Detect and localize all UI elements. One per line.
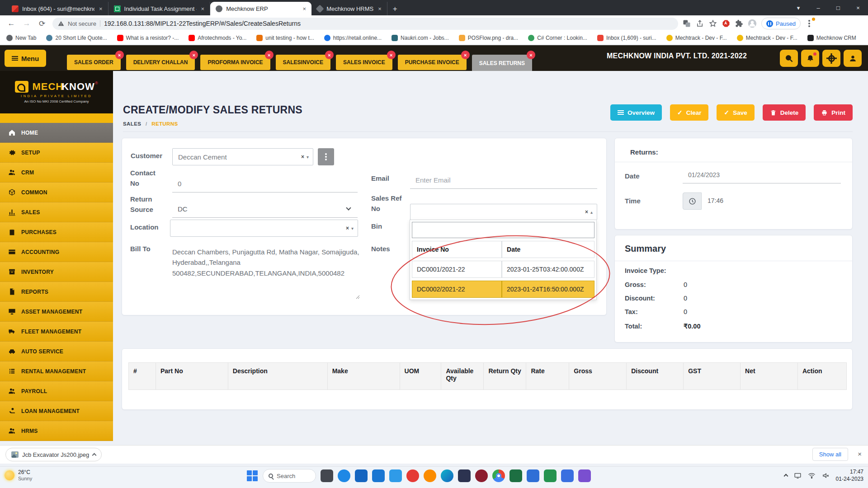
adblock-extension-icon[interactable] (722, 19, 731, 28)
sidebar-item-home[interactable]: HOME (0, 123, 113, 143)
taskbar-weather-widget[interactable]: 26°CSunny (5, 469, 32, 482)
window-close-button[interactable]: × (848, 5, 868, 11)
sidebar-item-loan-management[interactable]: LOAN MANAGEMENT (0, 401, 113, 421)
customer-actions-button[interactable] (318, 148, 334, 165)
tab-delivery-challan[interactable]: DELIVERY CHALLAN× (126, 55, 195, 70)
dropdown-search-input[interactable] (412, 222, 594, 238)
tray-chevron-up-icon[interactable] (783, 474, 788, 479)
tray-wifi-icon[interactable] (808, 472, 816, 479)
tab-close-icon[interactable]: × (302, 5, 307, 12)
sidebar-item-setup[interactable]: SETUP (0, 143, 113, 163)
taskbar-search[interactable]: Search (263, 469, 316, 483)
tab-salesinvoice[interactable]: SALESINVOICE× (276, 55, 330, 70)
bookmark-item[interactable]: New Tab (6, 35, 36, 41)
sidebar-item-crm[interactable]: CRM (0, 163, 113, 183)
taskbar-app-icon[interactable] (578, 469, 591, 482)
sidebar-item-sales[interactable]: SALES (0, 202, 113, 222)
tray-display-icon[interactable] (794, 472, 802, 479)
tab-close-icon[interactable]: × (98, 5, 104, 12)
taskbar-app-icon[interactable] (389, 469, 402, 482)
extensions-puzzle-icon[interactable] (735, 19, 744, 28)
tab-close-icon[interactable]: × (461, 51, 470, 59)
date-input[interactable]: 01/24/2023 (683, 167, 841, 183)
tab-sales-order[interactable]: SALES ORDER× (67, 55, 121, 70)
clear-button[interactable]: ✓Clear (670, 104, 709, 121)
taskbar-app-icon[interactable] (527, 469, 539, 482)
taskbar-app-icon[interactable] (406, 469, 419, 482)
contact-no-input[interactable]: 0 (172, 176, 358, 192)
bookmark-item[interactable]: Afrotechmods - Yo... (189, 35, 246, 41)
sidebar-item-purchases[interactable]: PURCHASES (0, 222, 113, 242)
sidebar-item-payroll[interactable]: PAYROLL (0, 381, 113, 401)
browser-tab-gmail[interactable]: Inbox (604) - suri@mechknowsof × (6, 2, 108, 15)
clear-selection-icon[interactable]: × (301, 154, 304, 160)
sidebar-item-accounting[interactable]: ACCOUNTING (0, 242, 113, 262)
notifications-bell-icon[interactable] (801, 50, 819, 67)
save-button[interactable]: ✓Save (717, 104, 754, 121)
download-bar-close-icon[interactable]: × (858, 450, 862, 458)
taskbar-app-icon[interactable] (475, 469, 488, 482)
tray-clock[interactable]: 17:47 01-24-2023 (836, 468, 863, 483)
share-icon[interactable] (695, 19, 704, 28)
return-source-select[interactable]: DC (172, 202, 358, 218)
tray-volume-muted-icon[interactable] (822, 472, 830, 479)
tab-close-icon[interactable]: × (265, 51, 274, 59)
overview-button[interactable]: Overview (610, 104, 662, 121)
sidebar-item-inventory[interactable]: INVENTORY (0, 262, 113, 282)
taskbar-app-icon[interactable] (424, 469, 436, 482)
invoice-option-row[interactable]: DC0001/2021-22 2023-01-25T03:42:00.000Z (412, 261, 594, 278)
sidebar-item-fleet-management[interactable]: FLEET MANAGEMENT (0, 322, 113, 342)
invoice-option-row-selected[interactable]: DC0002/2021-22 2023-01-24T16:50:00.000Z (412, 281, 594, 298)
omnibox[interactable]: Not secure 192.168.0.131:88/MIPL21-22Tes… (52, 18, 678, 30)
bill-to-textarea[interactable]: Deccan Chambers, Punjagutta Rd, Matha Na… (172, 247, 360, 299)
tab-close-icon[interactable]: × (200, 5, 206, 12)
sidebar-item-hrms[interactable]: HRMS (0, 421, 113, 441)
browser-tab-sheets[interactable]: Individual Task Assignment - Goo × (108, 2, 211, 15)
bookmark-item[interactable]: C# Corner : Lookin... (528, 35, 587, 41)
breadcrumb-sales[interactable]: SALES (123, 121, 141, 127)
window-minimize-button[interactable]: – (808, 5, 828, 11)
sidebar-item-common[interactable]: COMMON (0, 183, 113, 202)
email-input[interactable] (410, 173, 597, 184)
delete-button[interactable]: Delete (763, 104, 806, 121)
tab-sales-returns-active[interactable]: SALES RETURNS× (472, 55, 532, 72)
taskbar-chrome-icon[interactable] (492, 469, 505, 482)
sales-ref-no-select[interactable]: × ▴ (410, 204, 597, 220)
caret-up-icon[interactable]: ▴ (590, 210, 593, 215)
taskbar-app-icon[interactable] (458, 469, 471, 482)
sync-paused-button[interactable]: Paused (761, 18, 801, 29)
bookmark-item[interactable]: 20 Short Life Quote... (46, 35, 107, 41)
bookmark-item[interactable]: unit testing - how t... (256, 35, 314, 41)
forward-icon[interactable]: → (19, 19, 34, 28)
taskbar-app-icon[interactable] (372, 469, 385, 482)
bookmark-star-icon[interactable] (708, 19, 717, 28)
customer-select[interactable]: Deccan Cement × ▾ (172, 148, 313, 165)
browser-menu-icon[interactable] (805, 19, 814, 28)
bookmark-item[interactable]: Mechtrack - Dev - F... (666, 35, 727, 41)
user-profile-icon[interactable] (844, 50, 862, 67)
browser-tab-erp-active[interactable]: Mechknow ERP × (210, 2, 311, 15)
back-icon[interactable]: ← (4, 19, 19, 28)
sidebar-item-rental-management[interactable]: RENTAL MANAGEMENT (0, 361, 113, 381)
menu-button[interactable]: Menu (5, 50, 46, 67)
tab-close-icon[interactable]: × (387, 51, 396, 59)
print-button[interactable]: Print (814, 104, 853, 121)
taskbar-app-icon[interactable] (321, 469, 333, 482)
taskbar-app-icon[interactable] (561, 469, 574, 482)
bookmark-item[interactable]: Mechknow CRM (807, 35, 856, 41)
tab-purchase-invoice[interactable]: PURCHASE INVOICE× (398, 55, 467, 70)
bookmark-item[interactable]: Mechtrack - Dev - F... (737, 35, 797, 41)
caret-down-icon[interactable]: ▾ (351, 226, 354, 231)
tab-close-icon[interactable]: × (325, 51, 334, 59)
reload-icon[interactable]: ⟳ (34, 19, 50, 28)
bookmark-item[interactable]: What is a resistor? -... (117, 35, 179, 41)
tab-sales-invoice[interactable]: SALES INVOICE× (336, 55, 392, 70)
clear-selection-icon[interactable]: × (585, 209, 588, 215)
translate-icon[interactable] (682, 19, 691, 28)
bookmark-item[interactable]: Naukri.com - Jobs... (392, 35, 449, 41)
tab-close-icon[interactable]: × (377, 5, 382, 12)
caret-down-icon[interactable]: ▾ (307, 155, 309, 160)
taskbar-app-icon[interactable] (441, 469, 453, 482)
tab-close-icon[interactable]: × (115, 51, 124, 59)
clock-icon-button[interactable] (683, 192, 702, 210)
